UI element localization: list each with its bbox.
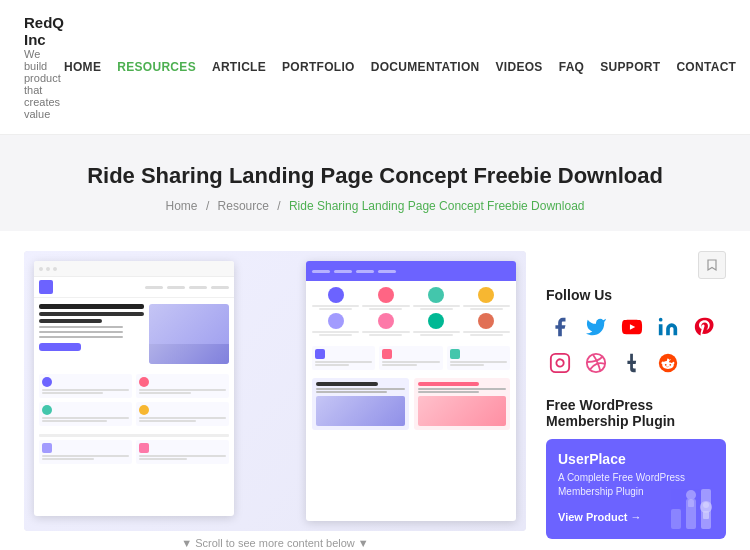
more-text: ▼ Scroll to see more content below ▼ [24, 537, 526, 549]
youtube-icon[interactable] [618, 313, 646, 341]
logo: RedQ Inc We build product that creates v… [24, 14, 64, 120]
sidebar-bookmark-area [546, 251, 726, 279]
preview-inner [24, 251, 526, 531]
sidebar: Follow Us [546, 251, 726, 550]
preview-image [24, 251, 526, 531]
site-header: RedQ Inc We build product that creates v… [0, 0, 750, 135]
nav-resources[interactable]: RESOURCES [117, 60, 196, 74]
mock-page-left [34, 261, 234, 516]
logo-name: RedQ Inc [24, 14, 64, 48]
svg-point-12 [686, 490, 696, 500]
tumblr-icon[interactable] [618, 349, 646, 377]
mock-page-right [306, 261, 516, 521]
breadcrumb-current: Ride Sharing Landing Page Concept Freebi… [289, 199, 585, 213]
svg-rect-6 [671, 509, 681, 529]
plugin-card-title: UserPlace [558, 451, 714, 467]
hero-section: Ride Sharing Landing Page Concept Freebi… [0, 135, 750, 231]
main-content: ▼ Scroll to see more content below ▼ Fol… [0, 231, 750, 550]
plugin-card: UserPlace A Complete Free WordPress Memb… [546, 439, 726, 539]
linkedin-icon[interactable] [654, 313, 682, 341]
svg-point-1 [659, 318, 663, 322]
svg-rect-13 [688, 500, 694, 507]
nav-videos[interactable]: VIDEOS [496, 60, 543, 74]
nav-documentation[interactable]: DOCUMENTATION [371, 60, 480, 74]
nav-article[interactable]: ARTICLE [212, 60, 266, 74]
follow-us-section: Follow Us [546, 287, 726, 377]
twitter-icon[interactable] [582, 313, 610, 341]
page-title: Ride Sharing Landing Page Concept Freebi… [20, 163, 730, 189]
nav-portfolio[interactable]: PORTFOLIO [282, 60, 355, 74]
svg-rect-2 [551, 354, 569, 372]
nav-faq[interactable]: FAQ [559, 60, 585, 74]
bookmark-button[interactable] [698, 251, 726, 279]
svg-point-10 [703, 502, 709, 508]
nav-home[interactable]: HOME [64, 60, 101, 74]
facebook-icon[interactable] [546, 313, 574, 341]
main-nav: HOME RESOURCES ARTICLE PORTFOLIO DOCUMEN… [64, 60, 736, 74]
instagram-icon[interactable] [546, 349, 574, 377]
nav-support[interactable]: SUPPORT [600, 60, 660, 74]
article-area: ▼ Scroll to see more content below ▼ [24, 251, 526, 549]
pinterest-icon[interactable] [690, 313, 718, 341]
breadcrumb: Home / Resource / Ride Sharing Landing P… [20, 199, 730, 213]
reddit-icon[interactable] [654, 349, 682, 377]
plugin-section-title: Free WordPress Membership Plugin [546, 397, 726, 429]
follow-us-title: Follow Us [546, 287, 726, 303]
breadcrumb-home[interactable]: Home [166, 199, 198, 213]
logo-tagline: We build product that creates value [24, 48, 64, 120]
dribbble-icon[interactable] [582, 349, 610, 377]
social-icons-group [546, 313, 726, 377]
plugin-card-button[interactable]: View Product → [558, 511, 642, 523]
svg-rect-11 [703, 511, 709, 519]
plugin-section: Free WordPress Membership Plugin UserPla… [546, 397, 726, 539]
breadcrumb-resource[interactable]: Resource [218, 199, 269, 213]
plugin-card-illustration [661, 479, 721, 534]
nav-contact[interactable]: CONTACT [676, 60, 736, 74]
